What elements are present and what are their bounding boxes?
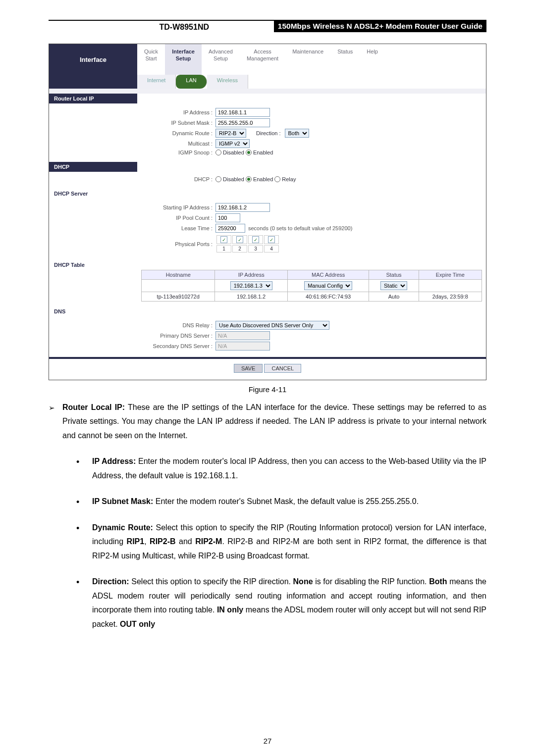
- table-row: 192.168.1.3 Manual Config Static: [142, 280, 482, 292]
- col-expire: Expire Time: [419, 270, 482, 280]
- multicast-select[interactable]: IGMP v2: [215, 139, 250, 148]
- bullet-icon: •: [76, 495, 92, 513]
- igmp-enabled-radio[interactable]: [246, 150, 252, 155]
- dynamic-route-select[interactable]: RIP2-B: [215, 129, 246, 138]
- subnet-input[interactable]: [215, 118, 270, 127]
- subtab-wireless[interactable]: Wireless: [207, 75, 248, 89]
- page-number: 27: [0, 737, 535, 745]
- table-row: tp-113ea910272d 192.168.1.2 40:61:86:FC:…: [142, 292, 482, 302]
- label-ip-address: IP Address :: [141, 109, 215, 115]
- physical-ports-table: ✓ ✓ ✓ ✓ 1234: [215, 234, 280, 253]
- port3-checkbox[interactable]: ✓: [252, 236, 259, 243]
- arrow-bullet-icon: ➢: [49, 401, 62, 448]
- save-button[interactable]: SAVE: [234, 364, 263, 373]
- direction-select[interactable]: Both: [285, 129, 309, 138]
- label-dns-relay: DNS Relay :: [141, 322, 215, 328]
- secondary-dns-input: [215, 342, 270, 351]
- tab-help[interactable]: Help: [360, 44, 385, 75]
- label-primary-dns: Primary DNS Server :: [141, 333, 215, 339]
- col-mac: MAC Address: [287, 270, 369, 280]
- bullet-icon: •: [76, 575, 92, 636]
- label-physical-ports: Physical Ports :: [141, 241, 215, 247]
- section-dns: DNS: [49, 306, 137, 316]
- page-header-rule: TD-W8951ND 150Mbps Wireless N ADSL2+ Mod…: [49, 20, 486, 21]
- cancel-button[interactable]: CANCEL: [264, 364, 301, 373]
- router-ui-screenshot: Interface QuickStart InterfaceSetup Adva…: [49, 44, 486, 380]
- dhcp-disabled-radio[interactable]: [215, 176, 221, 182]
- label-lease-time: Lease Time :: [141, 225, 215, 231]
- primary-dns-input: [215, 331, 270, 340]
- dhcp-relay-radio[interactable]: [274, 176, 280, 182]
- ip-address-input[interactable]: [215, 108, 270, 117]
- port2-checkbox[interactable]: ✓: [236, 236, 243, 243]
- dhcp-table: Hostname IP Address MAC Address Status E…: [141, 270, 482, 302]
- label-start-ip: Starting IP Address :: [141, 204, 215, 210]
- pool-count-input[interactable]: [215, 213, 240, 222]
- subtab-lan[interactable]: LAN: [176, 75, 207, 89]
- dhcp-mac-select[interactable]: Manual Config: [304, 281, 352, 290]
- figure-caption: Figure 4-11: [49, 385, 486, 394]
- doc-title: 150Mbps Wireless N ADSL2+ Modem Router U…: [274, 20, 486, 32]
- tab-interface-setup[interactable]: InterfaceSetup: [165, 44, 202, 75]
- direction-paragraph: Direction: Select this option to specify…: [92, 575, 486, 631]
- section-dhcp-table: DHCP Table: [49, 260, 137, 270]
- lease-time-input[interactable]: [215, 224, 245, 233]
- section-dhcp-server: DHCP Server: [49, 189, 137, 199]
- dynamic-route-paragraph: Dynamic Route: Select this option to spe…: [92, 521, 486, 563]
- section-router-local-ip: Router Local IP: [49, 94, 137, 103]
- bullet-icon: •: [76, 454, 92, 488]
- col-ip: IP Address: [215, 270, 288, 280]
- label-subnet: IP Subnet Mask :: [141, 120, 215, 126]
- label-direction: Direction :: [256, 130, 281, 136]
- tab-quick-start[interactable]: QuickStart: [137, 44, 165, 75]
- bullet-icon: •: [76, 521, 92, 568]
- model-label: TD-W8951ND: [160, 23, 209, 32]
- tab-access-management[interactable]: AccessManagement: [240, 44, 285, 75]
- label-secondary-dns: Secondary DNS Server :: [141, 343, 215, 349]
- label-igmp-snoop: IGMP Snoop :: [141, 150, 215, 155]
- label-multicast: Multicast :: [141, 141, 215, 147]
- dhcp-enabled-radio[interactable]: [246, 176, 252, 182]
- subtab-internet[interactable]: Internet: [137, 75, 176, 89]
- label-dynamic-route: Dynamic Route :: [141, 130, 215, 136]
- router-local-ip-paragraph: Router Local IP: These are the IP settin…: [62, 401, 486, 443]
- port4-checkbox[interactable]: ✓: [268, 236, 275, 243]
- subnet-paragraph: IP Subnet Mask: Enter the modem router's…: [92, 495, 419, 508]
- dhcp-status-select[interactable]: Static: [380, 281, 407, 290]
- label-pool-count: IP Pool Count :: [141, 215, 215, 221]
- start-ip-input[interactable]: [215, 203, 270, 212]
- tab-maintenance[interactable]: Maintenance: [285, 44, 330, 75]
- section-dhcp: DHCP: [49, 162, 137, 172]
- nav-section-title: Interface: [49, 44, 137, 75]
- igmp-disabled-radio[interactable]: [215, 150, 221, 155]
- dns-relay-select[interactable]: Use Auto Discovered DNS Server Only: [215, 321, 329, 330]
- ip-address-paragraph: IP Address: Enter the modem router's loc…: [92, 454, 486, 483]
- col-status: Status: [369, 270, 419, 280]
- tab-status[interactable]: Status: [330, 44, 360, 75]
- dhcp-ip-select[interactable]: 192.168.1.3: [230, 281, 272, 290]
- port1-checkbox[interactable]: ✓: [220, 236, 227, 243]
- label-dhcp: DHCP :: [141, 176, 215, 182]
- tab-advanced-setup[interactable]: AdvancedSetup: [202, 44, 240, 75]
- col-hostname: Hostname: [142, 270, 215, 280]
